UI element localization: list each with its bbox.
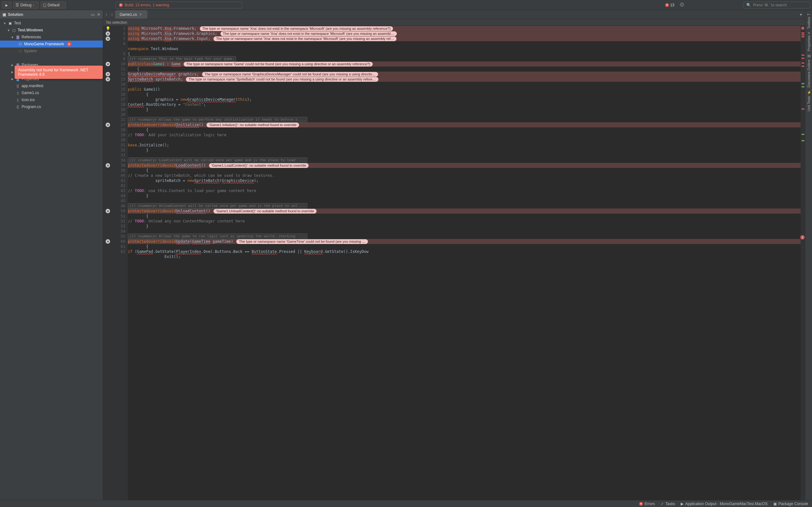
- footer-output[interactable]: ▶ Application Output - MonoGameMacTest.M…: [681, 502, 767, 506]
- inline-error: The type or namespace name 'GraphicsDevi…: [202, 72, 378, 77]
- pad-close-button[interactable]: ✕: [97, 12, 100, 17]
- solution-icon: ▣: [8, 20, 13, 26]
- solution-title: Solution: [8, 12, 23, 17]
- inline-error: The type or namespace name 'GameTime' co…: [236, 239, 368, 244]
- solution-pad: ▣ Solution ▭ ✕ ▣ Test ▢ Test.Windows: [0, 10, 103, 500]
- nav-back-button[interactable]: ‹: [106, 12, 107, 17]
- toolbox-icon: T: [807, 13, 811, 15]
- error-marker[interactable]: ✕: [106, 72, 110, 76]
- play-icon: ▶: [681, 502, 683, 506]
- error-count-badge[interactable]: ✕ 13: [663, 2, 676, 9]
- chevron-right-icon[interactable]: ▸: [11, 77, 14, 81]
- reference-system[interactable]: ⬡ System: [0, 48, 103, 55]
- chevron-right-icon[interactable]: ▸: [11, 70, 14, 74]
- inline-error: The type or namespace name 'SpriteBatch'…: [186, 77, 378, 82]
- editor-tab[interactable]: Game1.cs ×: [115, 10, 148, 19]
- inline-error: The type or namespace name 'Xna' does no…: [220, 32, 397, 36]
- file-game1[interactable]: ▯ Game1.cs: [0, 89, 103, 96]
- info-button[interactable]: ⓘ: [678, 2, 686, 9]
- error-marker[interactable]: ✕: [106, 32, 110, 36]
- configuration-dropdown[interactable]: ☰ Debug ›: [13, 2, 39, 9]
- console-icon: ▣: [773, 502, 777, 506]
- inline-error: The type or namespace name 'Xna' does no…: [200, 26, 393, 31]
- marker-bar: 💡 ✕ ✕ ✕ ✕ ✕ ✕ ✕ ✕: [103, 26, 113, 500]
- inline-error: The type or namespace name 'Xna' does no…: [213, 37, 397, 41]
- rail-unit-tests[interactable]: Unit Tests ⚡: [807, 91, 811, 111]
- assembly-icon: ⬡: [18, 49, 23, 54]
- code-editor[interactable]: using Microsoft.Xna.Framework;The type o…: [128, 26, 801, 500]
- file-program[interactable]: {} Program.cs: [0, 103, 103, 110]
- configuration-label: Debug: [20, 3, 32, 7]
- error-icon: ✕: [665, 3, 669, 7]
- error-marker[interactable]: ✕: [106, 239, 110, 244]
- xml-file-icon: {}: [15, 83, 20, 89]
- folded-summary[interactable]: /// <summary> Allows the game to run log…: [128, 233, 307, 239]
- inline-error: The type or namespace name 'Game' could …: [184, 62, 373, 66]
- folded-summary[interactable]: /// <summary> Allows the game to perform…: [128, 117, 307, 123]
- status-bar-bottom: ✕ Errors ✓ Tasks ▶ Application Output - …: [0, 500, 812, 507]
- chevron-down-icon[interactable]: [7, 28, 10, 32]
- inline-error: 'Game1.UnloadContent()': no suitable met…: [213, 209, 316, 214]
- error-count: 13: [670, 3, 674, 7]
- pad-dock-button[interactable]: ▭: [91, 12, 95, 17]
- error-marker[interactable]: ✕: [106, 77, 110, 81]
- tab-options-button[interactable]: ▾: [800, 12, 802, 17]
- file-icon[interactable]: ▯ Icon.ico: [0, 96, 103, 103]
- solution-tree[interactable]: ▣ Test ▢ Test.Windows ▇ References ⬡ Mon…: [0, 19, 103, 500]
- folded-summary[interactable]: /// <summary> This is the main type for …: [128, 56, 236, 62]
- target-icon: ▢: [43, 3, 46, 7]
- overview-error-count: 2: [800, 235, 805, 239]
- references-node[interactable]: ▇ References: [0, 34, 103, 41]
- inline-error: 'Game1.LoadContent()': no suitable metho…: [209, 163, 309, 168]
- overview-ruler[interactable]: 2: [801, 26, 805, 500]
- solution-root[interactable]: ▣ Test: [0, 20, 103, 26]
- folder-icon: ▇: [15, 35, 20, 40]
- rail-properties[interactable]: Properties ≡: [807, 32, 811, 51]
- error-marker[interactable]: ✕: [106, 163, 110, 168]
- breadcrumb[interactable]: No selection: [103, 19, 805, 26]
- run-button[interactable]: [2, 2, 11, 9]
- project-icon: ▢: [11, 27, 16, 33]
- folded-summary[interactable]: /// <summary> LoadContent will be called…: [128, 158, 307, 163]
- target-label: Default: [48, 3, 60, 7]
- tab-close-button[interactable]: ×: [140, 12, 142, 17]
- target-dropdown[interactable]: ▢ Default: [41, 2, 66, 9]
- editor-tabstrip: ‹ › Game1.cs × ▾: [103, 10, 805, 19]
- chevron-right-icon[interactable]: ▸: [11, 63, 14, 67]
- editor-area: ‹ › Game1.cs × ▾ No selection 💡 ✕ ✕ ✕: [103, 10, 805, 500]
- error-marker[interactable]: ✕: [106, 37, 110, 41]
- properties-icon: ≡: [807, 32, 811, 34]
- file-manifest[interactable]: {} app.manifest: [0, 82, 103, 89]
- search-placeholder: Press '⌘.' to search: [753, 3, 787, 7]
- error-marker[interactable]: ✕: [106, 123, 110, 127]
- footer-tasks[interactable]: ✓ Tasks: [661, 502, 675, 506]
- solution-pad-header: ▣ Solution ▭ ✕: [0, 10, 103, 19]
- rail-toolbox[interactable]: Toolbox T: [807, 13, 811, 29]
- breadcrumb-text: No selection: [106, 20, 127, 25]
- image-file-icon: ▯: [15, 97, 20, 102]
- error-marker[interactable]: ✕: [106, 62, 110, 66]
- reference-monogame[interactable]: ⬡ MonoGame.Framework ✕: [0, 41, 103, 48]
- overview-status-icon: [801, 26, 804, 30]
- footer-errors[interactable]: ✕ Errors: [639, 502, 655, 506]
- footer-package-console[interactable]: ▣ Package Console: [773, 502, 808, 506]
- assembly-icon: ⬡: [18, 42, 23, 47]
- global-search[interactable]: 🔍 Press '⌘.' to search: [744, 2, 810, 9]
- chevron-down-icon[interactable]: [11, 35, 14, 39]
- chevron-down-icon[interactable]: [3, 21, 6, 25]
- csharp-file-icon: ▯: [15, 90, 20, 95]
- error-icon: ✕: [119, 3, 123, 7]
- error-tooltip: Assembly not found for framework .NET Fr…: [14, 66, 103, 79]
- inline-error: 'Game1.Initialize()': no suitable method…: [206, 123, 299, 127]
- folded-summary[interactable]: /// <summary> UnloadContent will be call…: [128, 203, 307, 209]
- build-status[interactable]: ✕ Build: 13 errors, 1 warning: [115, 2, 242, 9]
- check-icon: ✓: [661, 502, 664, 506]
- lightbulb-icon[interactable]: 💡: [106, 26, 110, 31]
- rail-outline[interactable]: Document Outline ▤: [807, 54, 811, 88]
- line-gutter: 1234 56 10111213 14151617 181920 2127282…: [113, 26, 128, 500]
- error-marker[interactable]: ✕: [106, 209, 110, 213]
- nav-forward-button[interactable]: ›: [111, 12, 113, 17]
- project-node[interactable]: ▢ Test.Windows: [0, 26, 103, 34]
- right-rail: Toolbox T Properties ≡ Document Outline …: [805, 10, 812, 500]
- solution-icon: ▣: [3, 12, 6, 17]
